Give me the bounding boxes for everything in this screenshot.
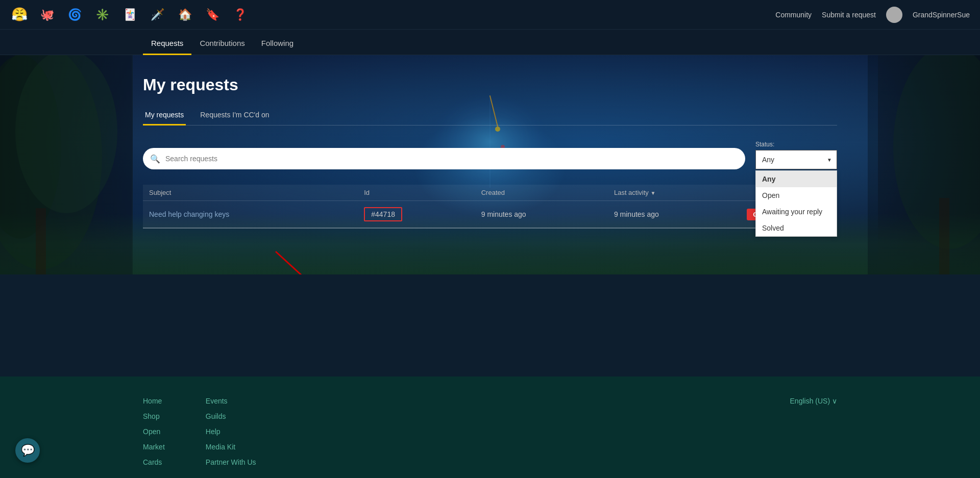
search-box: 🔍 xyxy=(143,148,745,169)
community-link[interactable]: Community xyxy=(775,11,812,19)
tab-contributions[interactable]: Contributions xyxy=(191,33,253,55)
footer-link-help[interactable]: Help xyxy=(206,427,256,436)
footer-link-guilds[interactable]: Guilds xyxy=(206,412,256,420)
footer-link-cards[interactable]: Cards xyxy=(143,458,165,466)
status-dropdown: Any Open Awaiting your reply Solved xyxy=(755,170,837,237)
requests-table: Subject Id Created Last activity ▼ Need … xyxy=(143,185,837,229)
footer-link-home[interactable]: Home xyxy=(143,397,165,405)
hero-section: My requests My requests Requests I'm CC'… xyxy=(0,55,980,274)
language-selector[interactable]: English (US) ∨ xyxy=(790,397,837,405)
shield-nav-icon[interactable]: 🃏 xyxy=(120,6,139,24)
col-id: Id xyxy=(358,185,475,201)
search-icon: 🔍 xyxy=(150,154,160,164)
chat-icon: 💬 xyxy=(21,444,35,457)
submit-request-link[interactable]: Submit a request xyxy=(822,11,876,19)
footer-link-partner[interactable]: Partner With Us xyxy=(206,458,256,466)
status-select[interactable]: Any Open Awaiting your reply Solved xyxy=(755,150,837,169)
footer-col-2: Events Guilds Help Media Kit Partner Wit… xyxy=(206,397,256,466)
footer-link-market[interactable]: Market xyxy=(143,443,165,451)
request-created: 9 minutes ago xyxy=(475,201,608,229)
sub-navigation: Requests Contributions Following xyxy=(0,30,980,55)
request-id-cell: #44718 xyxy=(358,201,475,229)
tab-requests[interactable]: Requests xyxy=(143,33,191,55)
top-nav-right: Community Submit a request GrandSpinnerS… xyxy=(775,7,970,23)
sort-indicator: ▼ xyxy=(650,190,655,196)
question-nav-icon[interactable]: ❓ xyxy=(231,6,249,24)
dropdown-item-open[interactable]: Open xyxy=(756,187,837,204)
tab-my-requests[interactable]: My requests xyxy=(143,107,186,125)
dropdown-item-solved[interactable]: Solved xyxy=(756,220,837,236)
request-last-activity: 9 minutes ago xyxy=(608,201,741,229)
hero-content: My requests My requests Requests I'm CC'… xyxy=(0,55,980,229)
search-status-row: 🔍 Status: Any Open Awaiting your reply S… xyxy=(143,141,837,169)
top-navigation: 😤 🐙 🌀 ✳️ 🃏 🗡️ 🏠 🔖 ❓ Community Submit a r… xyxy=(0,0,980,30)
logo-icon[interactable]: 😤 xyxy=(10,6,29,24)
main-content xyxy=(0,274,980,376)
status-group: Status: Any Open Awaiting your reply Sol… xyxy=(755,141,837,169)
username: GrandSpinnerSue xyxy=(913,11,970,19)
footer-col-1: Home Shop Open Market Cards xyxy=(143,397,165,466)
col-subject: Subject xyxy=(143,185,358,201)
chat-button[interactable]: 💬 xyxy=(15,438,40,463)
request-tabs: My requests Requests I'm CC'd on xyxy=(143,107,837,125)
footer: Home Shop Open Market Cards Events Guild… xyxy=(0,376,980,478)
cards-nav-icon[interactable]: 🐙 xyxy=(38,6,56,24)
footer-language-col: English (US) ∨ xyxy=(790,397,837,466)
footer-link-media-kit[interactable]: Media Kit xyxy=(206,443,256,451)
bookmark-nav-icon[interactable]: 🔖 xyxy=(203,6,222,24)
footer-link-events[interactable]: Events xyxy=(206,397,256,405)
spiral-nav-icon[interactable]: 🌀 xyxy=(65,6,84,24)
avatar[interactable] xyxy=(886,7,902,23)
sword-nav-icon[interactable]: 🗡️ xyxy=(148,6,166,24)
search-input[interactable] xyxy=(143,148,745,169)
footer-link-open[interactable]: Open xyxy=(143,427,165,436)
status-label: Status: xyxy=(755,141,837,148)
page-title: My requests xyxy=(143,76,837,94)
hat-nav-icon[interactable]: 🏠 xyxy=(176,6,194,24)
dropdown-item-any[interactable]: Any xyxy=(756,171,837,187)
tab-following[interactable]: Following xyxy=(253,33,302,55)
dropdown-item-awaiting[interactable]: Awaiting your reply xyxy=(756,204,837,220)
request-id[interactable]: #44718 xyxy=(364,207,402,221)
status-select-wrap: Any Open Awaiting your reply Solved xyxy=(755,150,837,169)
col-created: Created xyxy=(475,185,608,201)
col-last-activity[interactable]: Last activity ▼ xyxy=(608,185,741,201)
table-row: Need help changing keys #44718 9 minutes… xyxy=(143,201,837,229)
tab-ccd-on[interactable]: Requests I'm CC'd on xyxy=(198,107,271,125)
nav-icons: 😤 🐙 🌀 ✳️ 🃏 🗡️ 🏠 🔖 ❓ xyxy=(10,6,775,24)
sun-nav-icon[interactable]: ✳️ xyxy=(93,6,111,24)
footer-link-shop[interactable]: Shop xyxy=(143,412,165,420)
request-subject[interactable]: Need help changing keys xyxy=(143,201,358,229)
